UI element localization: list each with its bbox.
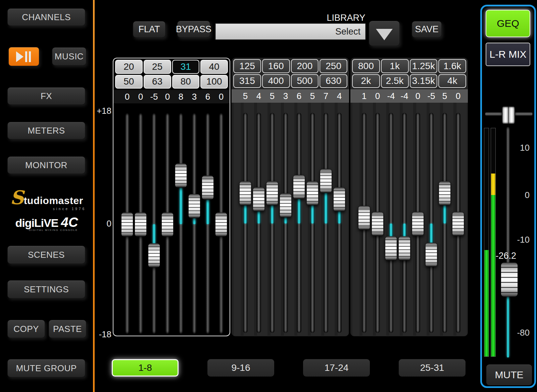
- freq-button-1.6k[interactable]: 1.6k: [438, 59, 466, 73]
- geq-fader-31[interactable]: [147, 103, 161, 335]
- fader-knob[interactable]: [121, 212, 133, 237]
- geq-fader-2k[interactable]: [411, 103, 425, 336]
- freq-button-1k[interactable]: 1k: [381, 59, 409, 73]
- fader-knob[interactable]: [372, 212, 384, 236]
- geq-fader-40[interactable]: [161, 103, 174, 335]
- freq-button-31[interactable]: 31: [172, 60, 200, 74]
- band-tab-25-31[interactable]: 25-31: [399, 359, 466, 377]
- fader-knob[interactable]: [306, 181, 319, 205]
- fader-knob[interactable]: [358, 206, 370, 230]
- freq-button-250[interactable]: 250: [320, 59, 347, 73]
- geq-fader-1k[interactable]: [371, 103, 384, 336]
- geq-fader-50[interactable]: [174, 103, 188, 335]
- channels-button[interactable]: CHANNELS: [7, 8, 85, 26]
- geq-fader-63[interactable]: [188, 103, 201, 335]
- freq-button-3.15k[interactable]: 3.15k: [410, 74, 438, 88]
- fader-knob[interactable]: [175, 163, 187, 188]
- fader-knob[interactable]: [135, 212, 147, 237]
- freq-button-315[interactable]: 315: [233, 74, 261, 88]
- fader-area: [113, 103, 230, 335]
- copy-button[interactable]: COPY: [7, 320, 45, 338]
- paste-button[interactable]: PASTE: [49, 320, 86, 338]
- library-select-field[interactable]: Select: [215, 23, 365, 40]
- freq-button-630[interactable]: 630: [320, 74, 347, 88]
- pan-knob[interactable]: [502, 106, 515, 124]
- fader-area: [232, 103, 349, 336]
- freq-button-20[interactable]: 20: [115, 60, 143, 74]
- mute-button[interactable]: MUTE: [486, 364, 532, 385]
- geq-fader-160[interactable]: [252, 103, 265, 336]
- settings-button[interactable]: SETTINGS: [7, 280, 85, 298]
- freq-button-125[interactable]: 125: [233, 59, 261, 73]
- freq-button-40[interactable]: 40: [200, 60, 228, 74]
- music-button[interactable]: MUSIC: [52, 47, 86, 65]
- freq-button-2k[interactable]: 2k: [352, 74, 380, 88]
- geq-fader-250[interactable]: [279, 103, 292, 336]
- fader-knob[interactable]: [266, 181, 278, 205]
- geq-fader-25[interactable]: [134, 103, 147, 335]
- fader-knob[interactable]: [148, 243, 160, 267]
- freq-button-80[interactable]: 80: [172, 75, 200, 89]
- fader-knob[interactable]: [320, 169, 332, 193]
- fader-knob[interactable]: [412, 212, 424, 236]
- flat-button[interactable]: FLAT: [133, 21, 165, 38]
- geq-fader-80[interactable]: [201, 103, 214, 335]
- geq-fader-2.5k[interactable]: [425, 103, 438, 336]
- band-tab-9-16[interactable]: 9-16: [207, 359, 274, 377]
- freq-button-50[interactable]: 50: [115, 75, 143, 89]
- fader-knob[interactable]: [398, 236, 410, 260]
- freq-button-160[interactable]: 160: [262, 59, 290, 73]
- freq-button-25[interactable]: 25: [144, 60, 171, 74]
- geq-fader-1.6k[interactable]: [398, 103, 411, 336]
- band-tab-1-8[interactable]: 1-8: [112, 359, 179, 377]
- fader-knob[interactable]: [161, 212, 174, 237]
- freq-button-200[interactable]: 200: [291, 59, 319, 73]
- geq-fader-630[interactable]: [333, 103, 346, 336]
- library-dropdown-button[interactable]: [369, 21, 400, 46]
- geq-fader-500[interactable]: [319, 103, 333, 336]
- geq-fader-200[interactable]: [265, 103, 279, 336]
- fx-button[interactable]: FX: [7, 87, 85, 105]
- geq-fader-125[interactable]: [239, 103, 252, 336]
- save-button[interactable]: SAVE: [412, 21, 442, 38]
- bypass-button[interactable]: BYPASS: [177, 21, 210, 38]
- geq-fader-100[interactable]: [214, 103, 228, 335]
- monitor-button[interactable]: MONITOR: [7, 156, 85, 174]
- geq-fader-400[interactable]: [306, 103, 319, 336]
- geq-fader-4k[interactable]: [451, 103, 465, 336]
- fader-knob[interactable]: [333, 187, 345, 211]
- freq-button-2.5k[interactable]: 2.5k: [381, 74, 409, 88]
- freq-button-800[interactable]: 800: [352, 59, 380, 73]
- fader-knob[interactable]: [253, 187, 265, 211]
- fader-knob[interactable]: [215, 212, 227, 237]
- gain-value-63: 3: [188, 90, 201, 103]
- lr-mix-button[interactable]: L-R MIX: [486, 43, 530, 66]
- master-fader-knob[interactable]: [501, 262, 518, 297]
- geq-fader-800[interactable]: [357, 103, 371, 336]
- freq-button-500[interactable]: 500: [291, 74, 319, 88]
- geq-toggle-button[interactable]: GEQ: [486, 10, 530, 37]
- fader-knob[interactable]: [439, 181, 451, 205]
- scenes-button[interactable]: SCENES: [7, 246, 85, 264]
- fader-knob[interactable]: [239, 181, 251, 205]
- geq-fader-20[interactable]: [120, 103, 134, 335]
- play-pause-button[interactable]: [8, 47, 39, 66]
- freq-button-63[interactable]: 63: [144, 75, 171, 89]
- freq-button-1.25k[interactable]: 1.25k: [410, 59, 438, 73]
- fader-knob[interactable]: [188, 194, 200, 218]
- geq-fader-315[interactable]: [292, 103, 306, 336]
- geq-fader-1.25k[interactable]: [384, 103, 398, 336]
- band-tab-17-24[interactable]: 17-24: [303, 359, 370, 377]
- freq-button-400[interactable]: 400: [262, 74, 290, 88]
- fader-knob[interactable]: [280, 193, 292, 217]
- geq-fader-3.15k[interactable]: [438, 103, 451, 336]
- fader-knob[interactable]: [385, 236, 397, 260]
- fader-knob[interactable]: [293, 175, 305, 199]
- freq-button-100[interactable]: 100: [200, 75, 228, 89]
- fader-knob[interactable]: [202, 176, 214, 200]
- mute-group-button[interactable]: MUTE GROUP: [7, 359, 85, 377]
- fader-knob[interactable]: [425, 243, 437, 267]
- freq-button-4k[interactable]: 4k: [438, 74, 466, 88]
- fader-knob[interactable]: [452, 212, 464, 236]
- meters-button[interactable]: METERS: [7, 122, 85, 139]
